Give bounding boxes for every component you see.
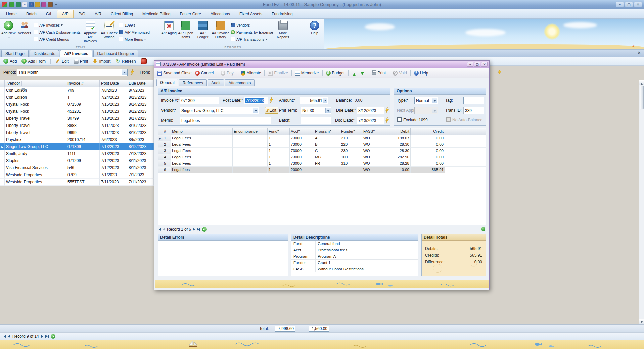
ribbon-tab[interactable]: A/P	[57, 10, 74, 18]
vendor-edit-button[interactable]: Edit	[265, 107, 278, 114]
column-header-invoice[interactable]: Invoice #	[66, 80, 100, 87]
detail-grid-row[interactable]: 6 Legal fees 1 20000 WO 0.00 565.91	[158, 167, 486, 173]
post-date-field[interactable]: 7/13/2023	[244, 97, 268, 104]
period-combobox[interactable]: This Month	[17, 69, 128, 76]
fund-cell[interactable]: 1	[268, 160, 290, 167]
invoice-row[interactable]: Liberty Travel 8888 7/11/2023 8/10/2023	[0, 122, 154, 129]
credit-cell[interactable]: 0.00	[411, 135, 445, 141]
debit-cell[interactable]: 198.07	[382, 135, 411, 141]
column-header-duedate[interactable]: Due Date	[127, 80, 154, 87]
memo-cell[interactable]: Legal Fees	[171, 160, 233, 167]
encumbrance-cell[interactable]	[233, 154, 268, 160]
encumbrance-cell[interactable]	[233, 141, 268, 148]
fund-cell[interactable]: 1	[268, 148, 290, 154]
ap-invoices-button[interactable]: A/P Invoices	[34, 23, 80, 27]
dialog-tab[interactable]: Audit	[208, 79, 224, 86]
credit-cell[interactable]: 0.00	[411, 160, 445, 167]
column-header-program[interactable]: Program*	[314, 128, 340, 135]
refresh-button[interactable]: Refresh	[115, 59, 136, 64]
credit-cell[interactable]: 0.00	[411, 148, 445, 154]
ribbon-tab[interactable]: P/O	[74, 10, 90, 18]
due-date-lightning-icon[interactable]	[385, 107, 389, 113]
dropdown-arrow-icon[interactable]	[122, 69, 127, 75]
edit-button[interactable]: Edit	[55, 59, 69, 64]
ap-aging-button[interactable]: A/P Aging	[161, 20, 177, 44]
tab-close-icon[interactable]: ✕	[636, 51, 643, 55]
encumbrance-cell[interactable]	[233, 135, 268, 141]
invoice-row[interactable]: Con Edison T 7/24/2023 8/23/2023	[0, 94, 154, 101]
doc-date-field[interactable]: 7/13/2023	[357, 117, 384, 124]
document-tab[interactable]: Dashboard Designer	[93, 50, 138, 57]
column-header-vendor[interactable]: Vendor	[5, 80, 66, 87]
document-tab[interactable]: Dashboards	[30, 50, 59, 57]
dialog-minimize-button[interactable]: –	[467, 62, 473, 67]
invoice-row[interactable]: Westside Properties 0709 7/1/2023 7/1/20…	[0, 171, 154, 179]
due-date-field[interactable]: 8/12/2023	[357, 107, 384, 114]
help-button[interactable]: Help	[307, 20, 323, 44]
vendor-combobox[interactable]: Singer Law Group, LLC	[180, 107, 259, 114]
memo-field[interactable]: Legal fees	[180, 117, 271, 124]
ap-check-writing-button[interactable]: A/P Check Writing	[100, 20, 118, 44]
detail-grid-row[interactable]: 3 Legal Fees 1 73000 C 230 WO 28.30 0.00	[158, 148, 486, 154]
funder-cell[interactable]: 210	[340, 135, 362, 141]
fund-cell[interactable]: 1	[268, 154, 290, 160]
move-up-button[interactable]	[352, 71, 357, 76]
cancel-button[interactable]: Cancel	[195, 71, 214, 76]
funder-cell[interactable]: 230	[340, 148, 362, 154]
dropdown-arrow-icon[interactable]	[253, 108, 258, 113]
funder-cell[interactable]: 220	[340, 141, 362, 148]
batch-field[interactable]	[301, 117, 331, 124]
tools-icon[interactable]	[35, 2, 40, 7]
ap-cash-disbursements-button[interactable]: A/P Cash Disbursements	[34, 30, 80, 34]
print-button[interactable]: Print	[74, 59, 88, 64]
ap-invoice-history-button[interactable]: A/P Invoice History	[211, 20, 230, 44]
dropdown-arrow-icon[interactable]	[432, 98, 437, 103]
scrollbar-thumb[interactable]	[640, 86, 644, 109]
column-header-fasb[interactable]: FASB*	[362, 128, 382, 135]
search-icon[interactable]: ⌕	[22, 2, 27, 7]
column-header-debit[interactable]: Debit	[382, 128, 411, 135]
column-header-acct[interactable]: Acct*	[290, 128, 314, 135]
acct-cell[interactable]: 73000	[290, 160, 314, 167]
column-header-fund[interactable]: Fund*	[268, 128, 290, 135]
debit-cell[interactable]: 0.00	[382, 167, 411, 173]
fasb-cell[interactable]: WO	[362, 160, 382, 167]
invoice-row[interactable]: Crystal Rock 071509 7/15/2023 8/14/2023	[0, 101, 154, 108]
column-header-memo[interactable]: Memo	[171, 128, 233, 135]
acct-cell[interactable]: 73000	[290, 135, 314, 141]
stop-button[interactable]	[141, 58, 147, 64]
users-icon[interactable]	[48, 2, 53, 7]
document-tab[interactable]: Start Page	[1, 50, 29, 57]
acct-cell[interactable]: 73000	[290, 154, 314, 160]
ribbon-tab[interactable]: A/R	[90, 10, 106, 18]
go-to-icon[interactable]	[202, 227, 207, 232]
dialog-help-button[interactable]: Help	[414, 71, 428, 76]
ribbon-tab[interactable]: Allocations	[206, 10, 235, 18]
detail-grid-row[interactable]: 2 Legal Fees 1 73000 B 220 WO 28.30 0.00	[158, 141, 486, 148]
credit-cell[interactable]: 0.00	[411, 141, 445, 148]
dialog-tab[interactable]: References	[179, 79, 207, 86]
invoice-row[interactable]: Liberty Travel 9999 7/11/2023 8/10/2023	[0, 129, 154, 136]
encumbrance-cell[interactable]	[233, 167, 268, 173]
vendors-button[interactable]: Vendors	[16, 20, 33, 44]
fasb-cell[interactable]: WO	[362, 141, 382, 148]
column-header-encumbrance[interactable]: Encumbrance	[233, 128, 268, 135]
ribbon-tab[interactable]: Fixed Assets	[235, 10, 267, 18]
fasb-cell[interactable]: WO	[362, 167, 382, 173]
ribbon-tab[interactable]: Foster Care	[175, 10, 205, 18]
memo-cell[interactable]: Legal Fees	[171, 154, 233, 160]
dialog-tab[interactable]: Attachments	[225, 79, 255, 86]
fasb-cell[interactable]: WO	[362, 148, 382, 154]
allocate-button[interactable]: Allocate	[241, 71, 261, 76]
invoice-row[interactable]: Paychex 20010714 7/6/2023 8/5/2023	[0, 136, 154, 143]
invoice-number-field[interactable]: 071309	[180, 97, 219, 104]
print-button[interactable]: Print	[372, 71, 386, 76]
vertical-scrollbar[interactable]	[639, 80, 644, 324]
go-back-icon[interactable]	[51, 334, 55, 339]
post-date-lightning-icon[interactable]	[269, 97, 273, 103]
last-detail-button[interactable]	[197, 228, 200, 231]
credit-cell[interactable]: 565.91	[411, 167, 445, 173]
scroll-up-button[interactable]	[639, 80, 644, 85]
credit-cell[interactable]: 0.00	[411, 154, 445, 160]
approve-ap-invoices-button[interactable]: Approve A/P Invoices	[81, 20, 100, 44]
